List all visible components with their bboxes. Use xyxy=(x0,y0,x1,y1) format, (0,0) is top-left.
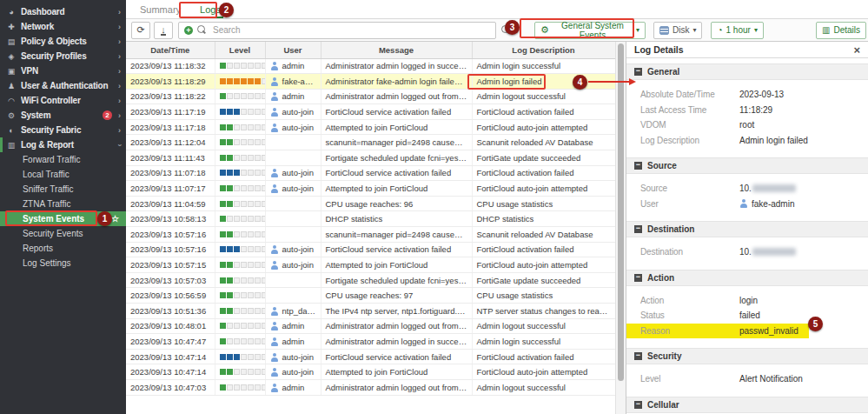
column-header-user[interactable]: User xyxy=(265,42,321,58)
sidebar-item-wifi-controller[interactable]: ◠WiFi Controller› xyxy=(0,93,126,108)
log-report-icon: ▥ xyxy=(6,141,17,150)
content-row: Date/TimeLevelUserMessageLog Description… xyxy=(126,42,868,414)
collapse-icon[interactable]: − xyxy=(634,352,642,360)
search-bar[interactable]: + xyxy=(178,22,496,39)
sidebar-item-vpn[interactable]: ▣VPN› xyxy=(0,63,126,78)
cell-user: auto-join xyxy=(265,349,321,364)
severity-square xyxy=(248,369,254,375)
log-row[interactable]: 2023/09/13 11:07:18auto-joinFortiCloud s… xyxy=(126,165,615,181)
section-header-cellular[interactable]: −Cellular xyxy=(626,397,868,413)
collapse-icon[interactable]: − xyxy=(634,162,642,170)
favorite-star-icon[interactable]: ☆ xyxy=(111,214,119,224)
severity-square xyxy=(227,231,233,237)
detail-field-level: LevelAlert Notification xyxy=(626,371,868,387)
search-submit-icon[interactable] xyxy=(500,25,512,35)
log-row[interactable]: 2023/09/13 11:07:17auto-joinAttempted to… xyxy=(126,181,615,197)
tab-summary[interactable]: Summary xyxy=(137,2,183,18)
severity-square xyxy=(255,323,261,329)
close-icon[interactable]: × xyxy=(853,44,860,56)
severity-square xyxy=(227,139,233,145)
log-row[interactable]: 2023/09/13 10:58:13DHCP statisticsDHCP s… xyxy=(126,211,615,227)
collapse-icon[interactable]: − xyxy=(634,225,642,233)
severity-square xyxy=(262,384,266,391)
log-row[interactable]: 2023/09/13 11:11:43Fortigate scheduled u… xyxy=(126,150,615,166)
sidebar-item-log-settings[interactable]: Log Settings xyxy=(0,256,126,270)
sidebar-item-system[interactable]: ⚙System2› xyxy=(0,108,126,123)
section-header-source[interactable]: −Source xyxy=(626,157,868,174)
section-header-action[interactable]: −Action xyxy=(626,270,868,286)
time-range-dropdown[interactable]: ◔ 1 hour ▾ xyxy=(711,22,763,39)
user-name: auto-join xyxy=(282,123,314,132)
log-row[interactable]: 2023/09/13 10:47:47adminAdministrator ad… xyxy=(126,334,615,350)
sidebar-item-network[interactable]: ✚Network› xyxy=(0,19,126,34)
severity-meter xyxy=(220,78,261,84)
column-header-message[interactable]: Message xyxy=(321,42,472,58)
sidebar-item-forward-traffic[interactable]: Forward Traffic xyxy=(0,152,126,167)
severity-square xyxy=(248,124,254,130)
cell-log-description: FortiCloud auto-join attempted xyxy=(472,181,615,197)
severity-square xyxy=(241,63,247,69)
sidebar-item-security-fabric[interactable]: ◐Security Fabric› xyxy=(0,123,126,137)
log-row[interactable]: 2023/09/13 11:18:32adminAdministrator ad… xyxy=(126,58,615,74)
log-row[interactable]: 2023/09/13 10:51:36ntp_daemonThe IPv4 nt… xyxy=(126,304,615,319)
severity-square xyxy=(241,78,247,84)
log-location-dropdown[interactable]: Disk ▾ xyxy=(653,22,702,39)
download-button[interactable]: ↓ xyxy=(154,22,173,39)
log-row[interactable]: 2023/09/13 11:17:18auto-joinAttempted to… xyxy=(126,119,615,135)
sidebar-item-local-traffic[interactable]: Local Traffic xyxy=(0,167,126,182)
sidebar-item-dashboard[interactable]: ◕Dashboard› xyxy=(0,4,126,19)
search-input[interactable] xyxy=(211,24,490,36)
sidebar-item-log-report[interactable]: ▥Log & Report› xyxy=(0,137,126,152)
log-row[interactable]: 2023/09/13 10:57:16scanunit=manager pid=… xyxy=(126,227,615,243)
collapse-icon[interactable]: − xyxy=(634,401,642,409)
severity-square xyxy=(255,277,261,284)
severity-meter xyxy=(220,292,261,298)
details-toggle-button[interactable]: ▥ Details xyxy=(816,22,866,39)
cell-level xyxy=(215,104,265,120)
scrollbar-thumb[interactable] xyxy=(618,43,624,381)
cell-log-description: FortiCloud activation failed xyxy=(472,165,615,181)
section-header-security[interactable]: −Security xyxy=(626,348,868,364)
log-row[interactable]: 2023/09/13 10:56:59CPU usage reaches: 97… xyxy=(126,288,615,304)
log-row[interactable]: 2023/09/13 10:47:14auto-joinFortiCloud s… xyxy=(126,349,615,364)
log-row[interactable]: 2023/09/13 10:47:14auto-joinAttempted to… xyxy=(126,364,615,380)
severity-square xyxy=(227,246,233,252)
refresh-button[interactable]: ⟳ xyxy=(131,22,150,39)
section-header-general[interactable]: −General xyxy=(626,63,868,80)
log-row[interactable]: 2023/09/13 10:57:16auto-joinFortiCloud s… xyxy=(126,242,615,257)
sidebar-item-reports[interactable]: Reports xyxy=(0,241,126,256)
event-type-dropdown[interactable]: ⚙ General System Events ▾ xyxy=(534,22,646,39)
sidebar-item-security-events[interactable]: Security Events xyxy=(0,226,126,241)
log-row[interactable]: 2023/09/13 11:04:59CPU usage reaches: 96… xyxy=(126,196,615,211)
magnifier-icon xyxy=(501,25,511,35)
column-header-log-description[interactable]: Log Description xyxy=(472,42,615,58)
column-header-level[interactable]: Level xyxy=(215,42,265,58)
log-row[interactable]: 2023/09/13 11:18:22adminAdministrator ad… xyxy=(126,89,615,104)
severity-square xyxy=(227,155,233,161)
field-value-text: 2023-09-13 xyxy=(739,90,784,99)
sidebar-subitem-label: System Events xyxy=(23,214,84,224)
section-header-destination[interactable]: −Destination xyxy=(626,221,868,237)
cell-datetime: 2023/09/13 10:57:16 xyxy=(126,227,215,243)
severity-square xyxy=(241,369,247,375)
collapse-icon[interactable]: − xyxy=(634,274,642,282)
tab-logs[interactable]: Logs xyxy=(197,2,223,18)
sidebar-item-system-events[interactable]: System Events☆ xyxy=(0,211,126,226)
sidebar-item-policy-objects[interactable]: ▤Policy & Objects› xyxy=(0,34,126,49)
sidebar-item-user-authentication[interactable]: ♟User & Authentication› xyxy=(0,78,126,93)
collapse-icon[interactable]: − xyxy=(634,68,642,76)
log-row[interactable]: 2023/09/13 10:48:01adminAdministrator ad… xyxy=(126,318,615,334)
log-row[interactable]: 2023/09/13 11:18:29fake-adminAdministrat… xyxy=(126,74,615,90)
log-row[interactable]: 2023/09/13 10:57:03Fortigate scheduled u… xyxy=(126,272,615,288)
add-filter-icon[interactable]: + xyxy=(184,26,193,35)
log-row[interactable]: 2023/09/13 10:57:15auto-joinAttempted to… xyxy=(126,257,615,273)
sidebar-item-ztna-traffic[interactable]: ZTNA Traffic xyxy=(0,197,126,211)
log-row[interactable]: 2023/09/13 11:17:19auto-joinFortiCloud s… xyxy=(126,104,615,120)
table-scrollbar[interactable] xyxy=(615,42,626,414)
log-row[interactable]: 2023/09/13 11:12:04scanunit=manager pid=… xyxy=(126,135,615,150)
sidebar-item-sniffer-traffic[interactable]: Sniffer Traffic xyxy=(0,182,126,197)
column-header-date-time[interactable]: Date/Time xyxy=(126,42,215,58)
severity-square xyxy=(220,262,226,268)
sidebar-item-security-profiles[interactable]: ◈Security Profiles› xyxy=(0,49,126,63)
log-row[interactable]: 2023/09/13 10:47:03adminAdministrator ad… xyxy=(126,379,615,395)
